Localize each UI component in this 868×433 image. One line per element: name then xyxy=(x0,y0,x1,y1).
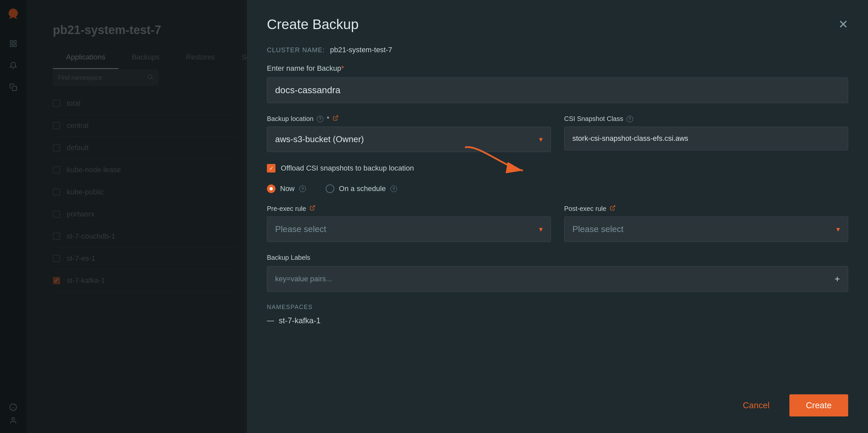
post-exec-external-link-icon[interactable] xyxy=(610,205,616,212)
svg-line-11 xyxy=(335,116,338,118)
csi-snapshot-group: CSI Snapshot Class ? stork-csi-snapshot-… xyxy=(564,115,848,152)
cluster-name-value: pb21-system-test-7 xyxy=(330,46,392,54)
backup-labels-label: Backup Labels xyxy=(267,254,848,261)
post-exec-placeholder: Please select xyxy=(572,224,624,234)
backup-labels-placeholder: key=value pairs... xyxy=(275,275,332,283)
namespace-dash: — xyxy=(267,316,274,325)
svg-line-13 xyxy=(312,206,314,208)
backup-location-external-link-icon[interactable] xyxy=(333,115,339,123)
offload-checkbox[interactable]: ✓ xyxy=(267,164,275,173)
schedule-on-label: On a schedule xyxy=(339,184,386,193)
schedule-radio-row: Now ? On a schedule ? xyxy=(267,184,848,193)
csi-help-icon[interactable]: ? xyxy=(626,116,633,122)
close-button[interactable]: ✕ xyxy=(838,19,848,30)
schedule-now-radio[interactable] xyxy=(267,184,275,193)
offload-label: Offload CSI snapshots to backup location xyxy=(281,164,414,173)
location-csi-row: Backup location ? * aws-s3-bucket (Owner… xyxy=(267,115,848,152)
schedule-now-label: Now xyxy=(280,184,294,193)
create-backup-modal: Create Backup ✕ CLUSTER NAME: pb21-syste… xyxy=(247,0,868,433)
schedule-on-help-icon[interactable]: ? xyxy=(391,185,397,192)
svg-line-14 xyxy=(612,206,615,208)
modal-header: Create Backup ✕ xyxy=(267,17,848,32)
backup-location-select[interactable]: aws-s3-bucket (Owner) ▾ xyxy=(267,126,551,152)
post-exec-select[interactable]: Please select ▾ xyxy=(564,216,848,242)
csi-label: CSI Snapshot Class ? xyxy=(564,115,848,123)
backup-name-field: Enter name for Backup* xyxy=(267,64,848,115)
backup-labels-add-button[interactable]: + xyxy=(835,274,840,284)
post-exec-label: Post-exec rule xyxy=(564,205,848,212)
cluster-name-row: CLUSTER NAME: pb21-system-test-7 xyxy=(267,46,848,54)
create-button[interactable]: Create xyxy=(789,394,848,416)
pre-exec-select[interactable]: Please select ▾ xyxy=(267,216,551,242)
modal-title: Create Backup xyxy=(267,17,359,32)
modal-footer: Cancel Create xyxy=(733,394,848,416)
offload-checkbox-row: ✓ Offload CSI snapshots to backup locati… xyxy=(267,164,848,173)
backup-location-group: Backup location ? * aws-s3-bucket (Owner… xyxy=(267,115,551,152)
backup-location-label: Backup location ? * xyxy=(267,115,551,123)
pre-exec-group: Pre-exec rule Please select ▾ xyxy=(267,205,551,242)
post-exec-group: Post-exec rule Please select ▾ xyxy=(564,205,848,242)
schedule-on-radio[interactable] xyxy=(326,184,334,193)
schedule-now-option[interactable]: Now ? xyxy=(267,184,306,193)
pre-exec-label: Pre-exec rule xyxy=(267,205,551,212)
backup-location-chevron-icon: ▾ xyxy=(539,135,542,144)
backup-location-value: aws-s3-bucket (Owner) xyxy=(275,134,364,144)
schedule-on-option[interactable]: On a schedule ? xyxy=(326,184,397,193)
namespace-value: st-7-kafka-1 xyxy=(279,316,321,325)
pre-exec-placeholder: Please select xyxy=(275,224,326,234)
cluster-name-label: CLUSTER NAME: xyxy=(267,46,325,54)
namespace-chip: — st-7-kafka-1 xyxy=(267,316,848,325)
backup-labels-input[interactable]: key=value pairs... + xyxy=(267,266,848,292)
pre-exec-chevron-icon: ▾ xyxy=(539,225,542,234)
post-exec-chevron-icon: ▾ xyxy=(836,225,840,234)
exec-rule-row: Pre-exec rule Please select ▾ Post-exec … xyxy=(267,205,848,242)
cancel-button[interactable]: Cancel xyxy=(733,394,779,416)
namespaces-heading: NAMESPACES xyxy=(267,304,848,311)
backup-location-help-icon[interactable]: ? xyxy=(317,116,323,122)
schedule-now-help-icon[interactable]: ? xyxy=(299,185,306,192)
backup-labels-section: Backup Labels key=value pairs... + xyxy=(267,254,848,292)
csi-value[interactable]: stork-csi-snapshot-class-efs.csi.aws xyxy=(564,126,848,150)
backup-name-label: Enter name for Backup* xyxy=(267,64,848,73)
pre-exec-external-link-icon[interactable] xyxy=(309,205,315,212)
namespaces-section: NAMESPACES — st-7-kafka-1 xyxy=(267,304,848,325)
backup-name-input[interactable] xyxy=(267,77,848,103)
